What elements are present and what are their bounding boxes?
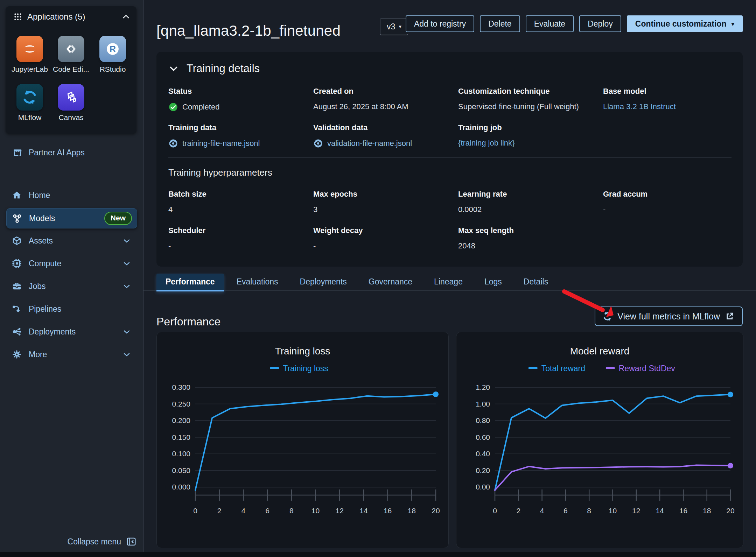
legend-item: Training loss — [270, 364, 328, 373]
collapse-menu-button[interactable]: Collapse menu — [68, 535, 136, 549]
field-value-text: 0.0002 — [458, 205, 482, 214]
field-status: StatusCompleted — [168, 87, 308, 96]
svg-text:0.80: 0.80 — [476, 416, 490, 424]
file-link-validation-data[interactable]: validation-file-name.jsonl — [327, 139, 412, 148]
app-tile-canvas[interactable] — [58, 84, 84, 111]
applications-panel-header[interactable]: Applications (5) — [6, 6, 136, 27]
jupyterlab-icon — [22, 41, 38, 57]
eye-icon — [168, 139, 178, 148]
legend-item: Reward StdDev — [606, 364, 676, 373]
link-training-job[interactable]: {training job link} — [458, 139, 514, 148]
tab-performance[interactable]: Performance — [156, 274, 224, 291]
sidebar-item-deployments[interactable]: Deployments — [6, 322, 136, 341]
sidebar-item-more[interactable]: More — [6, 345, 136, 364]
chart-title: Training loss — [275, 346, 330, 357]
add-to-registry-button[interactable]: Add to registry — [406, 15, 474, 32]
field-label: Learning rate — [458, 190, 598, 199]
chevron-up-icon — [122, 13, 130, 21]
field-validation-data: Validation datavalidation-file-name.json… — [313, 123, 453, 132]
version-label: v3 — [387, 22, 395, 31]
chevron-down-icon — [122, 237, 131, 245]
field-label: Weight decay — [313, 226, 453, 235]
eye-icon — [313, 139, 323, 148]
app-tile-label: Code Edi... — [50, 65, 92, 73]
svg-text:6: 6 — [564, 507, 568, 515]
svg-text:4: 4 — [540, 507, 544, 515]
svg-text:R: R — [110, 44, 116, 54]
field-value-text: - — [168, 241, 171, 251]
sidebar-item-models[interactable]: ModelsNew — [6, 208, 137, 228]
field-training-data: Training datatraining-file-name.jsonl — [168, 123, 308, 132]
series-line — [195, 394, 436, 490]
tab-governance[interactable]: Governance — [359, 274, 421, 290]
tab-logs[interactable]: Logs — [475, 274, 511, 290]
field-value-text: 2048 — [458, 241, 475, 251]
field-label: Training data — [168, 123, 308, 132]
tab-evaluations[interactable]: Evaluations — [227, 274, 287, 290]
field-base-model: Base modelLlama 3.2 1B Instruct — [603, 87, 743, 96]
legend-item: Total reward — [528, 364, 585, 373]
evaluate-button[interactable]: Evaluate — [526, 15, 574, 32]
app-tile-label: JupyterLab — [9, 65, 50, 73]
field-value-text: August 26, 2025 at 8:00 AM — [313, 102, 408, 111]
rstudio-icon: R — [105, 41, 121, 57]
partner-ai-apps-label: Partner AI Apps — [29, 148, 85, 157]
sidebar-item-jobs[interactable]: Jobs — [6, 276, 136, 296]
continue-customization-button[interactable]: Continue customization▾ — [627, 15, 743, 32]
svg-text:18: 18 — [408, 507, 416, 515]
app-tile-mlflow[interactable] — [16, 84, 43, 111]
pipelines-icon — [12, 304, 22, 314]
tab-bar: PerformanceEvaluationsDeploymentsGoverna… — [156, 274, 557, 291]
eye-icon[interactable] — [168, 139, 178, 148]
app-tile-jupyterlab[interactable] — [16, 36, 43, 62]
sidebar-item-pipelines[interactable]: Pipelines — [6, 299, 136, 319]
compute-icon — [12, 259, 22, 268]
sidebar: Applications (5) JupyterLabCode Edi...RR… — [0, 0, 144, 557]
jupyterlab-icon — [22, 41, 38, 57]
mlflow-tile-icon — [22, 89, 38, 105]
svg-text:8: 8 — [587, 507, 591, 515]
sidebar-item-compute[interactable]: Compute — [6, 254, 136, 273]
header-actions: Add to registryDeleteEvaluateDeployConti… — [406, 15, 743, 32]
collapse-panel-icon — [126, 536, 136, 547]
home-icon — [12, 190, 22, 200]
tab-lineage[interactable]: Lineage — [425, 274, 472, 290]
chevron-down-icon — [168, 63, 179, 74]
field-customization-technique: Customization techniqueSupervised fine-t… — [458, 87, 598, 96]
tab-details[interactable]: Details — [514, 274, 557, 290]
chevron-down-icon: ▾ — [731, 20, 734, 28]
svg-text:0.00: 0.00 — [476, 483, 490, 491]
svg-text:6: 6 — [265, 507, 270, 515]
field-label: Max seq length — [458, 226, 598, 235]
mlflow-tile-icon — [22, 89, 38, 105]
file-link-training-data[interactable]: training-file-name.jsonl — [182, 139, 260, 148]
deploy-button[interactable]: Deploy — [579, 15, 621, 32]
app-tile-rstudio[interactable]: R — [99, 36, 126, 62]
chevron-up-icon[interactable] — [122, 13, 130, 21]
svg-text:2: 2 — [516, 507, 520, 515]
version-dropdown[interactable]: v3 ▾ — [380, 18, 408, 35]
eye-icon[interactable] — [313, 139, 323, 148]
external-link-icon — [724, 311, 735, 322]
status-text: Completed — [182, 103, 219, 112]
view-full-metrics-mlflow-button[interactable]: View full metrics in MLflow — [595, 306, 743, 326]
sidebar-item-home[interactable]: Home — [6, 185, 136, 205]
tab-deployments[interactable]: Deployments — [291, 274, 356, 290]
sidebar-item-assets[interactable]: Assets — [6, 231, 136, 251]
field-weight-decay: Weight decay- — [313, 226, 453, 235]
svg-text:16: 16 — [384, 507, 392, 515]
field-grad-accum: Grad accum- — [603, 190, 743, 199]
chevron-down-white-icon — [168, 63, 179, 74]
check-circle-icon — [168, 102, 178, 112]
field-batch-size: Batch size4 — [168, 190, 308, 199]
link-base-model[interactable]: Llama 3.2 1B Instruct — [603, 102, 676, 111]
svg-text:18: 18 — [703, 507, 711, 515]
sidebar-item-partner-ai-apps[interactable]: Partner AI Apps — [6, 145, 136, 160]
training-details-header[interactable]: Training details — [168, 62, 260, 75]
svg-text:14: 14 — [359, 507, 368, 515]
field-label: Created on — [313, 87, 453, 96]
mlflow-button-label: View full metrics in MLflow — [617, 311, 720, 322]
delete-button[interactable]: Delete — [480, 15, 520, 32]
app-tile-code-edi[interactable] — [58, 36, 84, 62]
svg-text:16: 16 — [679, 507, 687, 515]
